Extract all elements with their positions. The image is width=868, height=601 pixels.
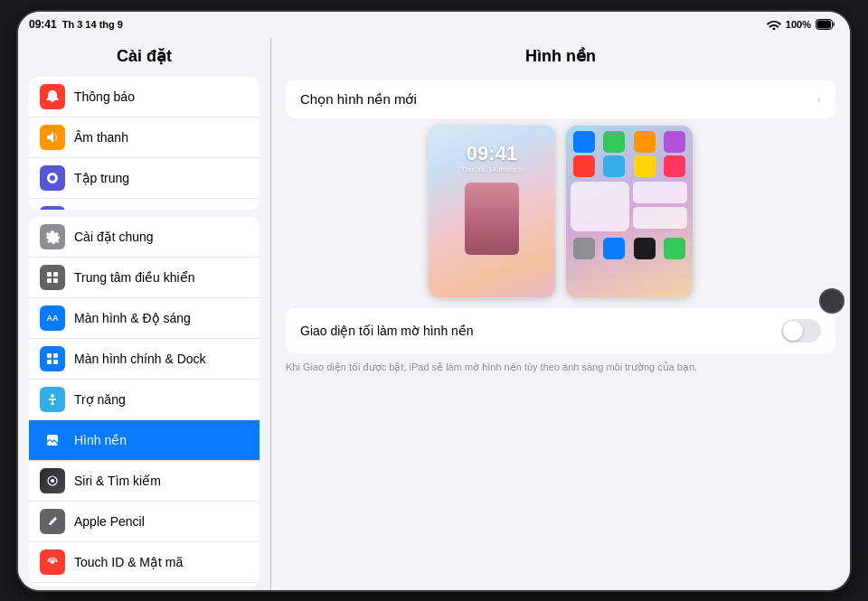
sidebar-label-siri: Siri & Tìm kiếm bbox=[74, 474, 161, 488]
chevron-right-icon: › bbox=[816, 92, 821, 107]
sidebar-title: Cài đặt bbox=[18, 37, 270, 73]
status-bar: 09:41 Th 3 14 thg 9 100% bbox=[18, 12, 850, 37]
sidebar-item-trung-tam[interactable]: Trung tâm điều khiển bbox=[29, 258, 259, 298]
sound-icon bbox=[40, 125, 65, 150]
home-screen-icon bbox=[40, 346, 65, 371]
svg-point-15 bbox=[51, 479, 54, 483]
display-icon: AA bbox=[40, 305, 65, 331]
svg-rect-4 bbox=[53, 272, 58, 277]
ipad-frame: 09:41 Th 3 14 thg 9 100% Cài đặt bbox=[18, 12, 850, 590]
sidebar-label-touch-id: Touch ID & Mật mã bbox=[74, 555, 183, 569]
sidebar-group-2: Cài đặt chung Trung tâm điều khiển AA Mà… bbox=[29, 217, 259, 586]
home-button[interactable] bbox=[819, 288, 844, 314]
hs-app bbox=[603, 155, 625, 177]
sidebar-item-man-hinh-chinh[interactable]: Màn hình chính & Dock bbox=[29, 339, 259, 380]
status-date: Th 3 14 thg 9 bbox=[62, 19, 123, 30]
hs-app bbox=[603, 238, 625, 259]
ls-photo bbox=[465, 183, 519, 255]
sidebar-label-tro-nang: Trợ năng bbox=[74, 392, 126, 407]
svg-point-16 bbox=[51, 560, 54, 564]
hs-app bbox=[664, 238, 685, 259]
main-content: Cài đặt Thông báo Âm thanh bbox=[18, 37, 850, 590]
sidebar-item-tap-trung[interactable]: Tập trung bbox=[29, 158, 259, 199]
notification-icon bbox=[40, 84, 65, 109]
dark-mode-section: Giao diện tối làm mờ hình nền bbox=[286, 308, 835, 353]
sidebar-label-hinh-nen: Hình nền bbox=[74, 433, 127, 447]
toggle-knob bbox=[783, 321, 803, 341]
hs-row-1 bbox=[571, 131, 688, 153]
focus-icon bbox=[40, 165, 65, 191]
home-screen-inner bbox=[566, 126, 693, 297]
sidebar-item-man-hinh[interactable]: AA Màn hình & Độ sáng bbox=[29, 298, 259, 339]
hs-app bbox=[603, 131, 625, 153]
battery-label: 100% bbox=[786, 19, 811, 30]
sidebar: Cài đặt Thông báo Âm thanh bbox=[18, 37, 271, 590]
sidebar-label-tap-trung: Tập trung bbox=[74, 171, 129, 185]
sidebar-group-1: Thông báo Âm thanh Tập trung bbox=[29, 77, 259, 211]
sidebar-item-apple-pencil[interactable]: Apple Pencil bbox=[29, 502, 259, 542]
touch-id-icon bbox=[40, 549, 65, 575]
sidebar-label-trung-tam: Trung tâm điều khiển bbox=[74, 270, 194, 285]
right-panel: Hình nền Chọn hình nền mới › 09:41 Thứ b… bbox=[271, 37, 850, 590]
sidebar-item-cai-dat-chung[interactable]: Cài đặt chung bbox=[29, 217, 259, 258]
status-time: 09:41 bbox=[29, 18, 57, 31]
hs-app bbox=[573, 131, 595, 153]
home-screen-preview[interactable] bbox=[566, 126, 693, 297]
hs-row-3 bbox=[571, 238, 688, 259]
svg-rect-8 bbox=[53, 353, 58, 358]
hs-app bbox=[664, 155, 685, 177]
widget-tall-1 bbox=[571, 182, 629, 231]
widget-stack bbox=[633, 182, 687, 231]
svg-rect-9 bbox=[47, 360, 52, 364]
svg-point-13 bbox=[49, 437, 52, 440]
general-settings-icon bbox=[40, 224, 65, 249]
svg-rect-6 bbox=[53, 278, 58, 283]
sidebar-item-pin[interactable]: Pin bbox=[29, 583, 259, 586]
svg-rect-3 bbox=[47, 272, 52, 277]
svg-rect-1 bbox=[817, 20, 832, 28]
pencil-settings-icon bbox=[40, 509, 65, 534]
wallpaper-icon bbox=[40, 427, 65, 453]
siri-icon bbox=[40, 468, 65, 493]
sidebar-item-am-thanh[interactable]: Âm thanh bbox=[29, 117, 259, 158]
svg-point-11 bbox=[51, 394, 54, 398]
ls-date: Thứ ba, 14 tháng 9 bbox=[461, 165, 523, 174]
hs-app bbox=[573, 238, 595, 259]
sidebar-label-man-hinh-chinh: Màn hình chính & Dock bbox=[74, 352, 206, 366]
lock-screen-inner: 09:41 Thứ ba, 14 tháng 9 bbox=[429, 126, 555, 297]
widget-sm-1 bbox=[633, 182, 687, 203]
hs-app bbox=[573, 155, 595, 177]
accessibility-icon bbox=[40, 387, 65, 412]
hs-app bbox=[634, 238, 656, 259]
svg-rect-7 bbox=[47, 353, 52, 358]
control-center-icon bbox=[40, 265, 65, 290]
wallpaper-preview-section: 09:41 Thứ ba, 14 tháng 9 bbox=[286, 126, 835, 297]
dark-mode-toggle[interactable] bbox=[781, 319, 821, 343]
battery-icon bbox=[816, 19, 835, 30]
status-right: 100% bbox=[767, 19, 835, 30]
sidebar-item-tro-nang[interactable]: Trợ năng bbox=[29, 380, 259, 420]
sidebar-label-cai-dat-chung: Cài đặt chung bbox=[74, 230, 154, 244]
sidebar-item-thong-bao[interactable]: Thông báo bbox=[29, 77, 259, 117]
screentime-icon bbox=[40, 206, 65, 211]
sidebar-item-touch-id[interactable]: Touch ID & Mật mã bbox=[29, 542, 259, 583]
hs-app bbox=[634, 131, 656, 153]
toggle-row: Giao diện tối làm mờ hình nền bbox=[286, 308, 835, 353]
sidebar-label-thong-bao: Thông báo bbox=[74, 89, 135, 104]
sidebar-label-apple-pencil: Apple Pencil bbox=[74, 514, 145, 529]
svg-rect-5 bbox=[47, 278, 52, 283]
sidebar-label-am-thanh: Âm thanh bbox=[74, 130, 128, 145]
svg-rect-10 bbox=[53, 360, 58, 364]
widget-sm-2 bbox=[633, 207, 687, 229]
hs-app bbox=[664, 131, 685, 153]
lock-screen-preview[interactable]: 09:41 Thứ ba, 14 tháng 9 bbox=[429, 126, 555, 297]
hint-text: Khi Giao diện tối được bật, iPad sẽ làm … bbox=[271, 361, 850, 385]
sidebar-item-siri[interactable]: Siri & Tìm kiếm bbox=[29, 461, 259, 502]
sidebar-item-hinh-nen[interactable]: Hình nền bbox=[29, 420, 259, 461]
choose-wallpaper-row[interactable]: Chọn hình nền mới › bbox=[286, 80, 835, 118]
hs-app bbox=[634, 155, 656, 177]
choose-wallpaper-section: Chọn hình nền mới › bbox=[286, 80, 835, 118]
hs-widgets-row bbox=[571, 182, 688, 231]
ls-time: 09:41 bbox=[467, 142, 517, 165]
sidebar-item-thoi-gian[interactable]: Thời gian sử dụng bbox=[29, 199, 259, 211]
